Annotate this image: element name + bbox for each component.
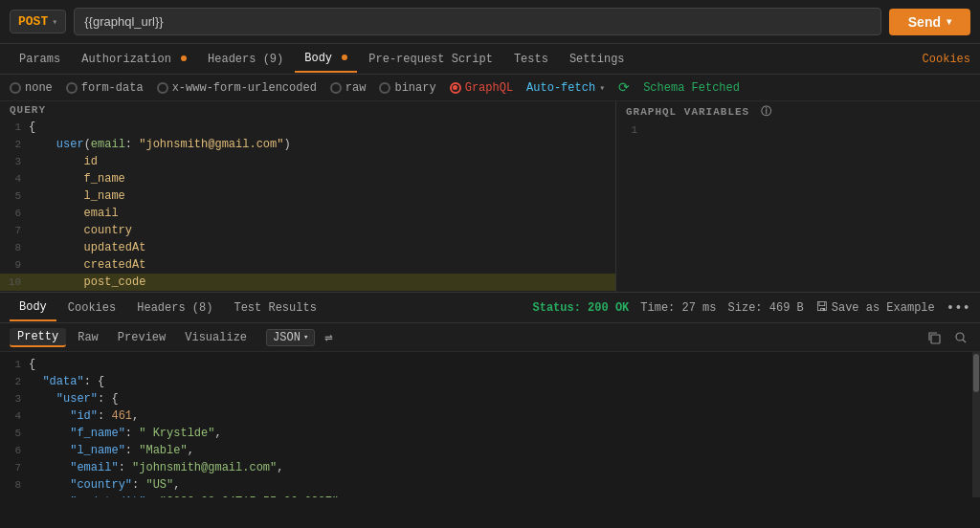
response-time: Time: 27 ms	[640, 301, 716, 315]
variables-editor[interactable]: 1	[616, 121, 980, 292]
option-graphql[interactable]: GraphQL	[450, 81, 513, 95]
send-button[interactable]: Send ▾	[889, 9, 970, 35]
auth-dot	[181, 55, 187, 61]
radio-graphql	[450, 82, 461, 94]
query-line-1: 1{	[0, 119, 615, 136]
query-line-6: 6 email	[0, 205, 615, 222]
method-chevron-icon: ▾	[52, 16, 57, 28]
body-dot	[342, 55, 347, 60]
url-input[interactable]	[74, 8, 881, 35]
option-raw[interactable]: raw	[330, 81, 367, 95]
fmt-tab-visualize[interactable]: Visualize	[177, 329, 255, 346]
query-line-9: 9 createdAt	[0, 256, 615, 274]
resp-tab-body[interactable]: Body	[10, 295, 56, 321]
top-bar: POST ▾ Send ▾	[0, 0, 980, 44]
editor-area: QUERY 1{2 user(email: "johnsmith@gmail.c…	[0, 101, 980, 293]
save-example-button[interactable]: 🖫 Save as Example	[815, 300, 935, 315]
response-line-3: 3 "user": {	[0, 390, 972, 407]
response-line-4: 4 "id": 461,	[0, 407, 972, 425]
fmt-tab-preview[interactable]: Preview	[110, 329, 173, 346]
tab-params[interactable]: Params	[10, 47, 70, 72]
response-line-2: 2 "data": {	[0, 373, 972, 390]
query-line-4: 4 f_name	[0, 170, 615, 187]
response-size: Size: 469 B	[728, 301, 804, 315]
radio-none	[10, 82, 21, 94]
cookies-link[interactable]: Cookies	[923, 53, 970, 66]
response-body: 1{2 "data": {3 "user": {4 "id": 461,5 "f…	[0, 352, 972, 497]
send-chevron-icon: ▾	[947, 16, 951, 27]
radio-raw	[330, 82, 342, 94]
save-icon: 🖫	[815, 300, 828, 315]
wrap-icon[interactable]: ⇌	[324, 329, 332, 345]
svg-point-1	[956, 333, 964, 341]
response-line-9: 9 "updatedAt": "2023-08-04T15:55:06.638Z…	[0, 494, 972, 497]
response-line-5: 5 "f_name": " Krystlde",	[0, 425, 972, 442]
query-label: QUERY	[0, 101, 615, 119]
tab-tests[interactable]: Tests	[504, 47, 558, 72]
fmt-tab-pretty[interactable]: Pretty	[10, 328, 66, 347]
response-line-7: 7 "email": "johnsmith@gmail.com",	[0, 459, 972, 476]
variables-label: GRAPHQL VARIABLES ⓘ	[616, 101, 980, 121]
scrollbar-thumb[interactable]	[973, 354, 979, 392]
response-line-1: 1{	[0, 356, 972, 373]
tab-headers[interactable]: Headers (9)	[198, 47, 293, 72]
query-pane: QUERY 1{2 user(email: "johnsmith@gmail.c…	[0, 101, 616, 292]
resp-tab-cookies[interactable]: Cookies	[58, 296, 125, 320]
option-binary[interactable]: binary	[379, 81, 435, 95]
fmt-tab-raw[interactable]: Raw	[70, 329, 106, 346]
query-line-11: 11 }	[0, 291, 615, 292]
response-panel: Body Cookies Headers (8) Test Results St…	[0, 293, 980, 497]
body-type-options: none form-data x-www-form-urlencoded raw…	[0, 75, 980, 101]
response-line-8: 8 "country": "US",	[0, 476, 972, 494]
json-format-select[interactable]: JSON ▾	[266, 329, 315, 346]
svg-rect-0	[931, 335, 940, 343]
radio-form-data	[66, 82, 78, 94]
response-line-6: 6 "l_name": "Mable",	[0, 442, 972, 459]
radio-urlencoded	[157, 82, 168, 94]
tab-pre-request[interactable]: Pre-request Script	[359, 47, 502, 72]
autofetch-button[interactable]: Auto-fetch ▾	[526, 81, 605, 95]
query-line-5: 5 l_name	[0, 187, 615, 205]
radio-binary	[379, 82, 390, 94]
query-line-7: 7 country	[0, 222, 615, 239]
tab-body[interactable]: Body	[295, 46, 357, 73]
format-bar: Pretty Raw Preview Visualize JSON ▾ ⇌	[0, 323, 980, 352]
response-tabs-bar: Body Cookies Headers (8) Test Results St…	[0, 293, 980, 323]
option-form-data[interactable]: form-data	[66, 81, 144, 95]
send-label: Send	[908, 14, 941, 30]
variables-info-icon: ⓘ	[761, 106, 772, 118]
request-tabs: Params Authorization Headers (9) Body Pr…	[0, 44, 980, 75]
option-none[interactable]: none	[10, 81, 53, 95]
search-button[interactable]	[951, 328, 970, 347]
query-line-2: 2 user(email: "johnsmith@gmail.com")	[0, 136, 615, 153]
schema-fetched-status: Schema Fetched	[643, 81, 740, 95]
response-meta: Status: 200 OK Time: 27 ms Size: 469 B 🖫…	[532, 300, 970, 316]
method-dropdown[interactable]: POST ▾	[10, 10, 66, 33]
response-content: 1{2 "data": {3 "user": {4 "id": 461,5 "f…	[0, 352, 980, 497]
resp-tab-test-results[interactable]: Test Results	[224, 296, 325, 320]
query-line-8: 8 updatedAt	[0, 239, 615, 256]
format-actions	[924, 328, 970, 347]
tab-authorization[interactable]: Authorization	[72, 47, 196, 72]
tab-settings[interactable]: Settings	[560, 47, 635, 72]
svg-line-2	[963, 340, 966, 342]
refresh-icon: ⟳	[618, 79, 630, 96]
scrollbar[interactable]	[972, 352, 980, 497]
variables-pane: GRAPHQL VARIABLES ⓘ 1	[616, 101, 980, 292]
method-label: POST	[18, 14, 48, 29]
query-line-3: 3 id	[0, 153, 615, 170]
json-chevron-icon: ▾	[303, 332, 308, 342]
query-line-10: 10 post_code	[0, 274, 615, 291]
autofetch-chevron-icon: ▾	[599, 82, 605, 94]
query-editor[interactable]: 1{2 user(email: "johnsmith@gmail.com")3 …	[0, 119, 615, 292]
option-urlencoded[interactable]: x-www-form-urlencoded	[157, 81, 317, 95]
status-badge: Status: 200 OK	[532, 301, 629, 315]
copy-button[interactable]	[924, 328, 944, 347]
more-options-button[interactable]: •••	[947, 300, 970, 316]
resp-tab-headers[interactable]: Headers (8)	[127, 296, 222, 320]
